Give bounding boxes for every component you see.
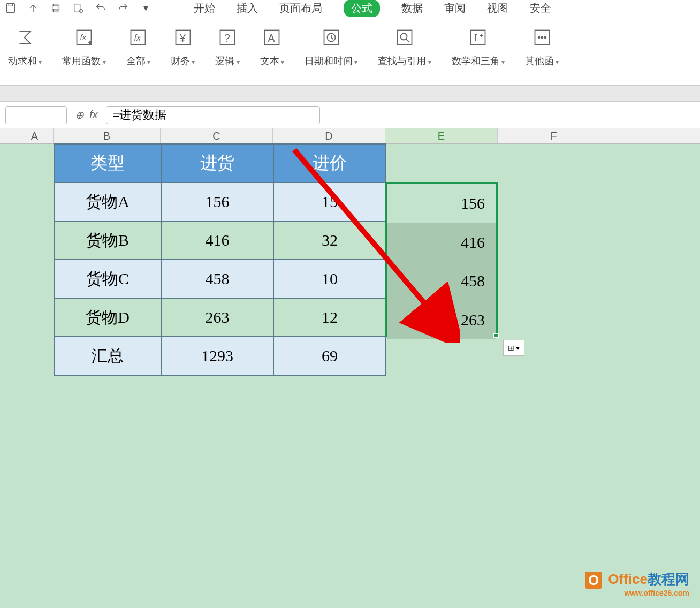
datetime-button[interactable]: 日期和时间 xyxy=(305,27,357,79)
col-header-C[interactable]: C xyxy=(161,128,273,143)
formula-input[interactable]: =进货数据 xyxy=(106,106,320,124)
paste-options-icon: ⊞ ▾ xyxy=(508,344,520,352)
name-box[interactable] xyxy=(5,106,67,124)
tab-review[interactable]: 审阅 xyxy=(444,1,466,16)
watermark: O Office教程网 www.office26.com xyxy=(585,570,689,597)
sigma-icon xyxy=(14,27,36,48)
watermark-logo-icon: O xyxy=(585,572,602,589)
tab-view[interactable]: 视图 xyxy=(487,1,508,16)
table-row: 货物B 416 32 xyxy=(54,221,386,260)
svg-rect-4 xyxy=(74,4,80,12)
svg-rect-18 xyxy=(398,31,412,45)
svg-point-24 xyxy=(544,37,546,39)
data-table: 类型 进货 进价 货物A 156 15 货物B 416 32 货物C 458 1… xyxy=(54,143,386,376)
cell-E5[interactable]: 263 xyxy=(387,301,496,340)
print-icon[interactable] xyxy=(49,2,62,14)
text-button[interactable]: A 文本 xyxy=(260,27,284,79)
table-row: 货物D 263 12 xyxy=(54,298,386,337)
fx-label: fx xyxy=(89,109,98,121)
common-functions-button[interactable]: fx 常用函数 xyxy=(62,27,105,79)
clock-icon xyxy=(321,27,342,48)
tab-security[interactable]: 安全 xyxy=(530,1,551,16)
cell-E4[interactable]: 458 xyxy=(387,262,496,301)
fx-star-icon: fx xyxy=(73,27,95,48)
tab-data[interactable]: 数据 xyxy=(401,1,423,16)
yen-icon: ¥ xyxy=(172,27,194,48)
question-icon: ? xyxy=(217,27,238,48)
col-header-E[interactable]: E xyxy=(385,128,498,143)
fx-icon: fx xyxy=(127,27,149,48)
math-icon xyxy=(467,27,489,48)
svg-text:A: A xyxy=(268,32,275,44)
svg-rect-20 xyxy=(471,31,485,45)
fill-handle[interactable] xyxy=(493,333,499,338)
math-button[interactable]: 数学和三角 xyxy=(452,27,505,79)
column-headers: A B C D E F xyxy=(0,128,700,144)
col-header-D[interactable]: D xyxy=(273,128,385,143)
svg-text:?: ? xyxy=(224,32,230,44)
table-row: 货物A 156 15 xyxy=(54,183,386,221)
svg-text:fx: fx xyxy=(80,33,87,42)
table-row-total: 汇总 1293 69 xyxy=(54,337,386,375)
svg-rect-0 xyxy=(7,4,15,13)
other-button[interactable]: 其他函 xyxy=(525,27,559,79)
header-stock[interactable]: 进货 xyxy=(161,144,273,183)
selection-range[interactable]: 156 416 458 263 xyxy=(385,182,498,337)
undo-icon[interactable] xyxy=(94,2,107,14)
svg-point-22 xyxy=(538,37,539,39)
quick-access-toolbar: ▾ 开始 插入 页面布局 公式 数据 审阅 视图 安全 xyxy=(0,0,700,16)
svg-point-19 xyxy=(401,34,407,40)
tab-formula[interactable]: 公式 xyxy=(344,0,380,17)
header-type[interactable]: 类型 xyxy=(54,144,161,183)
dots-icon xyxy=(531,27,553,48)
save-icon[interactable] xyxy=(4,2,17,14)
tab-layout[interactable]: 页面布局 xyxy=(279,1,322,16)
col-header-F[interactable]: F xyxy=(498,128,610,143)
ribbon-tabs: 开始 插入 页面布局 公式 数据 审阅 视图 安全 xyxy=(194,0,551,17)
search-icon xyxy=(394,27,415,48)
logic-button[interactable]: ? 逻辑 xyxy=(215,27,239,79)
cell-E2[interactable]: 156 xyxy=(387,184,496,223)
lookup-button[interactable]: 查找与引用 xyxy=(378,27,431,79)
spreadsheet-grid[interactable]: A B C D E F 类型 进货 进价 货物A 156 15 货物B 416 … xyxy=(0,128,700,608)
tab-start[interactable]: 开始 xyxy=(194,1,215,16)
svg-rect-2 xyxy=(53,4,58,6)
col-header-B[interactable]: B xyxy=(54,128,161,143)
preview-icon[interactable] xyxy=(72,2,85,14)
header-price[interactable]: 进价 xyxy=(273,144,386,183)
svg-text:¥: ¥ xyxy=(179,32,186,44)
ribbon-formula: 动求和 fx 常用函数 fx 全部 ¥ 财务 ? 逻辑 A 文本 日期和时间 查… xyxy=(0,16,700,86)
svg-rect-3 xyxy=(53,9,58,12)
svg-point-23 xyxy=(541,37,543,39)
table-row: 货物C 458 10 xyxy=(54,260,386,298)
redo-icon[interactable] xyxy=(117,2,130,14)
col-header-A[interactable]: A xyxy=(16,128,54,143)
svg-text:fx: fx xyxy=(134,33,142,42)
all-functions-button[interactable]: fx 全部 xyxy=(126,27,150,79)
paste-options-button[interactable]: ⊞ ▾ xyxy=(503,340,524,356)
share-icon[interactable] xyxy=(27,2,40,14)
finance-button[interactable]: ¥ 财务 xyxy=(171,27,195,79)
autosum-button[interactable]: 动求和 xyxy=(8,27,42,79)
zoom-icon[interactable]: ⊕ xyxy=(75,109,84,121)
formula-bar: ⊕ fx =进货数据 xyxy=(0,102,700,128)
cell-E3[interactable]: 416 xyxy=(387,223,496,262)
text-a-icon: A xyxy=(261,27,283,48)
tab-insert[interactable]: 插入 xyxy=(237,1,258,16)
dropdown-icon[interactable]: ▾ xyxy=(139,2,152,14)
